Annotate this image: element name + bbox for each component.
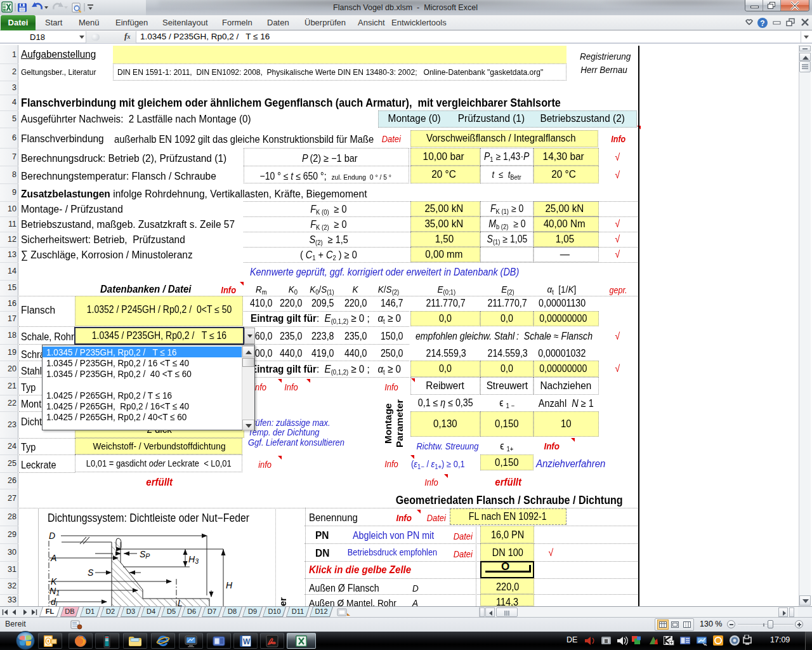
svg-text:K: K xyxy=(51,576,57,587)
svg-text:A: A xyxy=(50,553,56,563)
svg-text:S: S xyxy=(88,567,94,578)
svg-text:SP: SP xyxy=(140,549,150,560)
svg-text:H: H xyxy=(226,580,233,590)
svg-text:L: L xyxy=(178,598,183,606)
svg-text:H3: H3 xyxy=(188,554,199,565)
svg-text:D: D xyxy=(49,531,55,541)
svg-text:W: W xyxy=(243,637,251,646)
svg-text:N1: N1 xyxy=(49,586,60,597)
svg-text:?: ? xyxy=(760,19,764,28)
svg-text:di: di xyxy=(51,597,58,606)
